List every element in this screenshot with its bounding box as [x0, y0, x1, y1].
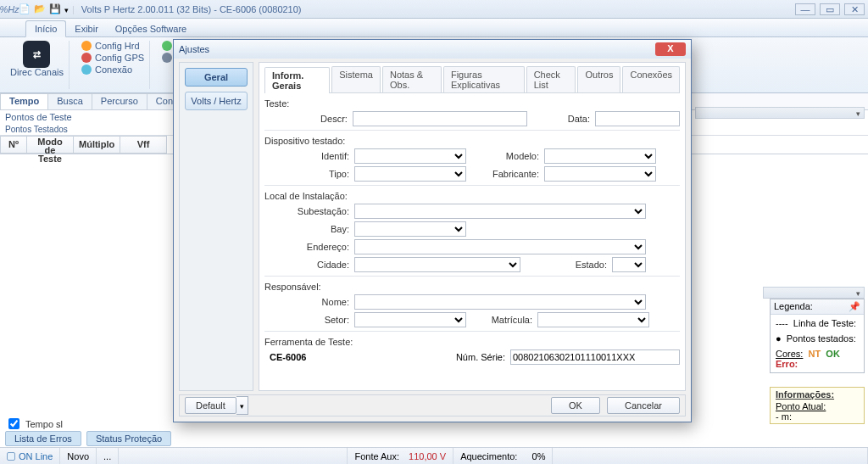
- select-estado[interactable]: [612, 257, 646, 272]
- legend-pin-icon[interactable]: 📌: [849, 301, 860, 312]
- dialog-titlebar: Ajustes X: [174, 40, 691, 59]
- label-nome: Nome:: [264, 297, 349, 307]
- tab-inicio[interactable]: Início: [25, 20, 66, 37]
- status-online: ON Line: [0, 448, 60, 464]
- input-numserie[interactable]: [510, 349, 680, 365]
- tab-conexoes[interactable]: Conexões: [622, 66, 680, 92]
- legend-cores: Cores: NT OK Erro:: [776, 349, 859, 369]
- status-aquec: Aquecimento: 0%: [453, 448, 553, 464]
- section-responsavel: Responsável:: [264, 282, 680, 292]
- tab-outros[interactable]: Outros: [577, 66, 620, 92]
- side-tab-volts-hertz[interactable]: Volts / Hertz: [185, 92, 248, 110]
- online-led-icon: [7, 452, 15, 461]
- dialog-footer: Default OK Cancelar: [179, 394, 686, 416]
- tab-percurso[interactable]: Percurso: [92, 93, 147, 109]
- window-title: Volts P Hertz 2.00.011 (32 Bits) - CE-60…: [81, 4, 302, 14]
- tempo-checkbox[interactable]: [8, 418, 19, 429]
- select-matricula[interactable]: [537, 312, 649, 327]
- input-data[interactable]: [595, 111, 680, 126]
- select-fabricante[interactable]: [544, 166, 656, 182]
- goose-icon: [162, 41, 172, 51]
- label-tipo: Tipo:: [264, 169, 349, 179]
- dialog-tabs: Inform. Gerais Sistema Notas & Obs. Figu…: [264, 66, 680, 93]
- tab-figuras[interactable]: Figuras Explicativas: [443, 66, 525, 92]
- label-bay: Bay:: [264, 224, 349, 234]
- tab-checklist[interactable]: Check List: [526, 66, 576, 92]
- label-descr: Descr:: [264, 114, 348, 124]
- select-tipo[interactable]: [354, 166, 466, 182]
- select-endereco[interactable]: [354, 239, 646, 254]
- dialog-sidebar: Geral Volts / Hertz: [179, 62, 253, 391]
- save-icon[interactable]: 💾: [49, 3, 61, 15]
- section-ferramenta: Ferramenta de Teste:: [264, 337, 680, 347]
- direc-canais-label: Direc Canais: [10, 68, 64, 77]
- status-novo: Novo: [60, 448, 97, 464]
- tab-notas[interactable]: Notas & Obs.: [382, 66, 442, 92]
- panel-collapse-mid[interactable]: [763, 287, 865, 299]
- config-gps-button[interactable]: Config GPS: [81, 53, 144, 63]
- legend-panel: Legenda:📌 ---- Linha de Teste: ● Pontos …: [770, 299, 865, 373]
- section-teste: Teste:: [264, 98, 680, 109]
- tab-opcoes[interactable]: Opções Software: [107, 21, 195, 36]
- select-subestacao[interactable]: [354, 204, 646, 219]
- conexao-button[interactable]: Conexão: [81, 64, 144, 75]
- minimize-button[interactable]: —: [795, 3, 815, 15]
- direc-canais-button[interactable]: ⇄ Direc Canais: [10, 41, 64, 77]
- side-tab-geral[interactable]: Geral: [185, 68, 248, 87]
- legend-title: Legenda:: [774, 301, 813, 312]
- col-n[interactable]: Nº: [0, 136, 27, 154]
- select-nome[interactable]: [354, 294, 646, 310]
- status-fonteaux: Fonte Aux: 110,00 V: [348, 448, 453, 464]
- section-dispositivo: Dispositivo testado:: [264, 136, 680, 146]
- config-hrd-label: Config Hrd: [95, 41, 140, 51]
- input-descr[interactable]: [353, 111, 527, 126]
- tab-exibir[interactable]: Exibir: [66, 21, 107, 36]
- select-bay[interactable]: [354, 221, 466, 237]
- tempo-checkbox-label: Tempo sl: [25, 419, 63, 429]
- titlebar: %Hz 📄 📂 💾 | Volts P Hertz 2.00.011 (32 B…: [0, 0, 868, 19]
- info-ponto-atual: Ponto Atual:: [776, 401, 859, 411]
- tool-name: CE-6006: [270, 352, 306, 362]
- tab-status-protecao[interactable]: Status Proteção: [86, 431, 171, 446]
- conexao-label: Conexão: [95, 64, 132, 75]
- label-subestacao: Subestação:: [264, 206, 349, 216]
- tab-busca[interactable]: Busca: [47, 93, 92, 109]
- col-vff[interactable]: Vff: [120, 136, 167, 154]
- info-box: Informações: Ponto Atual: - m:: [770, 387, 865, 424]
- open-icon[interactable]: 📂: [34, 3, 46, 15]
- ok-button[interactable]: OK: [551, 397, 600, 414]
- new-icon[interactable]: 📄: [19, 3, 31, 15]
- app-icon: %Hz: [3, 3, 15, 15]
- cancel-button[interactable]: Cancelar: [607, 397, 680, 414]
- label-endereco: Endereço:: [264, 242, 349, 252]
- label-fabricante: Fabricante:: [471, 169, 539, 179]
- statusbar: ON Line Novo ... Fonte Aux: 110,00 V Aqu…: [0, 447, 868, 464]
- close-button[interactable]: ✕: [844, 3, 865, 15]
- default-dropdown[interactable]: [236, 396, 248, 415]
- col-modo[interactable]: Modo de Teste: [26, 136, 74, 154]
- select-modelo[interactable]: [544, 148, 656, 164]
- info-title: Informações:: [776, 389, 859, 400]
- tab-inform-gerais[interactable]: Inform. Gerais: [264, 67, 330, 93]
- maximize-button[interactable]: ▭: [820, 3, 840, 15]
- tab-lista-erros[interactable]: Lista de Erros: [5, 431, 81, 446]
- col-multiplo[interactable]: Múltiplo: [73, 136, 120, 154]
- quick-dropdown-icon[interactable]: [64, 4, 69, 14]
- dialog-close-button[interactable]: X: [655, 42, 686, 56]
- chevron-down-icon: [856, 288, 860, 298]
- label-numserie: Núm. Série:: [456, 352, 505, 362]
- label-setor: Setor:: [264, 315, 349, 325]
- select-setor[interactable]: [354, 312, 466, 327]
- panel-collapse-top[interactable]: [695, 107, 865, 119]
- default-button[interactable]: Default: [185, 397, 236, 414]
- config-hrd-button[interactable]: Config Hrd: [81, 41, 144, 51]
- select-identif[interactable]: [354, 148, 466, 164]
- gear-icon: [81, 41, 92, 51]
- label-identif: Identif:: [264, 151, 349, 161]
- tab-tempo[interactable]: Tempo: [0, 93, 48, 109]
- label-data: Data:: [532, 114, 591, 124]
- select-cidade[interactable]: [354, 257, 520, 272]
- tab-sistema[interactable]: Sistema: [331, 66, 381, 92]
- window-buttons: — ▭ ✕: [793, 3, 865, 15]
- bottom-tabs: Lista de Erros Status Proteção: [5, 431, 171, 446]
